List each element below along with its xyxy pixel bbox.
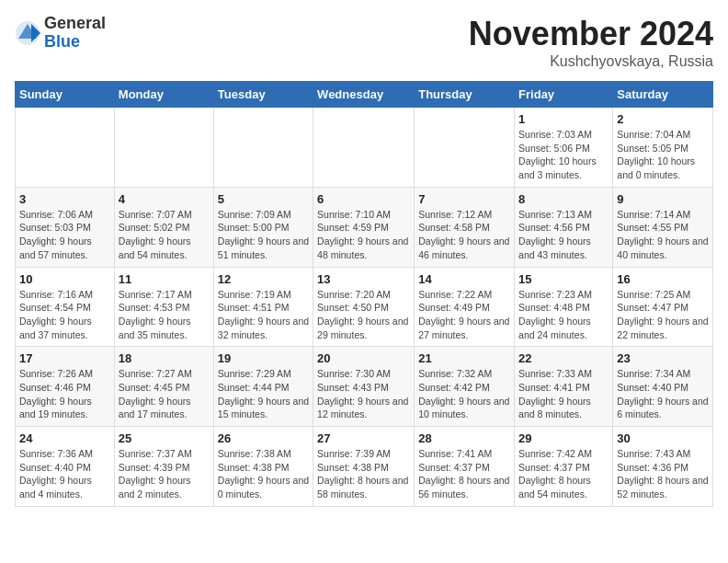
calendar-cell: 20Sunrise: 7:30 AM Sunset: 4:43 PM Dayli… xyxy=(313,347,415,427)
day-number: 16 xyxy=(617,272,709,286)
calendar-cell: 5Sunrise: 7:09 AM Sunset: 5:00 PM Daylig… xyxy=(213,187,313,267)
day-number: 30 xyxy=(617,431,709,445)
day-number: 14 xyxy=(418,272,510,286)
header-friday: Friday xyxy=(515,82,613,108)
calendar-cell xyxy=(213,108,313,188)
calendar-week-row: 10Sunrise: 7:16 AM Sunset: 4:54 PM Dayli… xyxy=(16,267,713,347)
day-number: 8 xyxy=(518,192,609,206)
day-number: 13 xyxy=(317,272,410,286)
calendar-cell: 8Sunrise: 7:13 AM Sunset: 4:56 PM Daylig… xyxy=(515,187,613,267)
day-number: 4 xyxy=(119,192,210,206)
calendar-cell: 25Sunrise: 7:37 AM Sunset: 4:39 PM Dayli… xyxy=(114,427,213,507)
day-info: Sunrise: 7:39 AM Sunset: 4:38 PM Dayligh… xyxy=(317,447,410,501)
day-info: Sunrise: 7:33 AM Sunset: 4:41 PM Dayligh… xyxy=(518,367,609,421)
day-number: 24 xyxy=(19,431,110,445)
calendar-week-row: 17Sunrise: 7:26 AM Sunset: 4:46 PM Dayli… xyxy=(16,347,713,427)
day-number: 28 xyxy=(418,431,510,445)
calendar-cell: 7Sunrise: 7:12 AM Sunset: 4:58 PM Daylig… xyxy=(415,187,515,267)
calendar-cell: 19Sunrise: 7:29 AM Sunset: 4:44 PM Dayli… xyxy=(213,347,313,427)
calendar-cell: 24Sunrise: 7:36 AM Sunset: 4:40 PM Dayli… xyxy=(16,427,115,507)
calendar-cell: 17Sunrise: 7:26 AM Sunset: 4:46 PM Dayli… xyxy=(16,347,115,427)
day-number: 17 xyxy=(19,351,110,365)
day-info: Sunrise: 7:03 AM Sunset: 5:06 PM Dayligh… xyxy=(518,128,609,182)
calendar-cell: 6Sunrise: 7:10 AM Sunset: 4:59 PM Daylig… xyxy=(313,187,415,267)
day-info: Sunrise: 7:12 AM Sunset: 4:58 PM Dayligh… xyxy=(418,208,510,262)
calendar-cell: 2Sunrise: 7:04 AM Sunset: 5:05 PM Daylig… xyxy=(613,108,713,188)
day-info: Sunrise: 7:16 AM Sunset: 4:54 PM Dayligh… xyxy=(19,288,110,342)
day-info: Sunrise: 7:22 AM Sunset: 4:49 PM Dayligh… xyxy=(418,288,510,342)
header: General Blue November 2024 Kushchyovskay… xyxy=(15,15,713,70)
day-number: 10 xyxy=(19,272,110,286)
day-number: 23 xyxy=(617,351,709,365)
logo-blue-text: Blue xyxy=(44,32,80,51)
day-info: Sunrise: 7:36 AM Sunset: 4:40 PM Dayligh… xyxy=(19,447,110,501)
header-thursday: Thursday xyxy=(415,82,515,108)
day-info: Sunrise: 7:32 AM Sunset: 4:42 PM Dayligh… xyxy=(418,367,510,421)
day-info: Sunrise: 7:23 AM Sunset: 4:48 PM Dayligh… xyxy=(518,288,609,342)
header-tuesday: Tuesday xyxy=(213,82,313,108)
day-number: 27 xyxy=(317,431,410,445)
calendar-cell: 21Sunrise: 7:32 AM Sunset: 4:42 PM Dayli… xyxy=(415,347,515,427)
logo-general-text: General xyxy=(44,14,106,32)
calendar-cell xyxy=(16,108,115,188)
header-sunday: Sunday xyxy=(16,82,115,108)
day-number: 5 xyxy=(218,192,309,206)
day-number: 2 xyxy=(617,112,709,126)
calendar-body: 1Sunrise: 7:03 AM Sunset: 5:06 PM Daylig… xyxy=(16,108,713,507)
day-number: 1 xyxy=(518,112,609,126)
calendar-cell: 29Sunrise: 7:42 AM Sunset: 4:37 PM Dayli… xyxy=(515,427,613,507)
day-number: 6 xyxy=(317,192,410,206)
day-info: Sunrise: 7:42 AM Sunset: 4:37 PM Dayligh… xyxy=(518,447,609,501)
location-subtitle: Kushchyovskaya, Russia xyxy=(469,53,713,70)
day-info: Sunrise: 7:41 AM Sunset: 4:37 PM Dayligh… xyxy=(418,447,510,501)
calendar-cell: 18Sunrise: 7:27 AM Sunset: 4:45 PM Dayli… xyxy=(114,347,213,427)
calendar-cell: 15Sunrise: 7:23 AM Sunset: 4:48 PM Dayli… xyxy=(515,267,613,347)
day-number: 9 xyxy=(617,192,709,206)
calendar-cell: 28Sunrise: 7:41 AM Sunset: 4:37 PM Dayli… xyxy=(415,427,515,507)
calendar-cell: 23Sunrise: 7:34 AM Sunset: 4:40 PM Dayli… xyxy=(613,347,713,427)
day-info: Sunrise: 7:38 AM Sunset: 4:38 PM Dayligh… xyxy=(218,447,309,501)
calendar-cell: 4Sunrise: 7:07 AM Sunset: 5:02 PM Daylig… xyxy=(114,187,213,267)
day-number: 21 xyxy=(418,351,510,365)
header-monday: Monday xyxy=(114,82,213,108)
day-number: 22 xyxy=(518,351,609,365)
calendar-cell: 27Sunrise: 7:39 AM Sunset: 4:38 PM Dayli… xyxy=(313,427,415,507)
day-info: Sunrise: 7:07 AM Sunset: 5:02 PM Dayligh… xyxy=(119,208,210,262)
calendar-cell xyxy=(313,108,415,188)
day-info: Sunrise: 7:37 AM Sunset: 4:39 PM Dayligh… xyxy=(119,447,210,501)
logo: General Blue xyxy=(15,15,106,52)
day-info: Sunrise: 7:04 AM Sunset: 5:05 PM Dayligh… xyxy=(617,128,709,182)
day-info: Sunrise: 7:29 AM Sunset: 4:44 PM Dayligh… xyxy=(218,367,309,421)
day-number: 7 xyxy=(418,192,510,206)
day-info: Sunrise: 7:43 AM Sunset: 4:36 PM Dayligh… xyxy=(617,447,709,501)
day-info: Sunrise: 7:10 AM Sunset: 4:59 PM Dayligh… xyxy=(317,208,410,262)
month-title: November 2024 xyxy=(469,15,713,53)
calendar-header: Sunday Monday Tuesday Wednesday Thursday… xyxy=(16,82,713,108)
calendar-cell: 12Sunrise: 7:19 AM Sunset: 4:51 PM Dayli… xyxy=(213,267,313,347)
calendar-cell: 14Sunrise: 7:22 AM Sunset: 4:49 PM Dayli… xyxy=(415,267,515,347)
day-info: Sunrise: 7:25 AM Sunset: 4:47 PM Dayligh… xyxy=(617,288,709,342)
calendar-cell: 16Sunrise: 7:25 AM Sunset: 4:47 PM Dayli… xyxy=(613,267,713,347)
day-number: 11 xyxy=(119,272,210,286)
day-info: Sunrise: 7:06 AM Sunset: 5:03 PM Dayligh… xyxy=(19,208,110,262)
day-number: 20 xyxy=(317,351,410,365)
calendar-week-row: 3Sunrise: 7:06 AM Sunset: 5:03 PM Daylig… xyxy=(16,187,713,267)
calendar-cell: 22Sunrise: 7:33 AM Sunset: 4:41 PM Dayli… xyxy=(515,347,613,427)
calendar-cell: 26Sunrise: 7:38 AM Sunset: 4:38 PM Dayli… xyxy=(213,427,313,507)
day-number: 19 xyxy=(218,351,309,365)
day-number: 12 xyxy=(218,272,309,286)
day-info: Sunrise: 7:27 AM Sunset: 4:45 PM Dayligh… xyxy=(119,367,210,421)
calendar-cell: 10Sunrise: 7:16 AM Sunset: 4:54 PM Dayli… xyxy=(16,267,115,347)
calendar-cell: 30Sunrise: 7:43 AM Sunset: 4:36 PM Dayli… xyxy=(613,427,713,507)
day-info: Sunrise: 7:30 AM Sunset: 4:43 PM Dayligh… xyxy=(317,367,410,421)
header-wednesday: Wednesday xyxy=(313,82,415,108)
calendar-table: Sunday Monday Tuesday Wednesday Thursday… xyxy=(15,81,713,507)
day-number: 15 xyxy=(518,272,609,286)
title-area: November 2024 Kushchyovskaya, Russia xyxy=(469,15,713,70)
calendar-week-row: 1Sunrise: 7:03 AM Sunset: 5:06 PM Daylig… xyxy=(16,108,713,188)
day-info: Sunrise: 7:13 AM Sunset: 4:56 PM Dayligh… xyxy=(518,208,609,262)
day-number: 29 xyxy=(518,431,609,445)
calendar-week-row: 24Sunrise: 7:36 AM Sunset: 4:40 PM Dayli… xyxy=(16,427,713,507)
calendar-cell xyxy=(415,108,515,188)
day-number: 25 xyxy=(119,431,210,445)
